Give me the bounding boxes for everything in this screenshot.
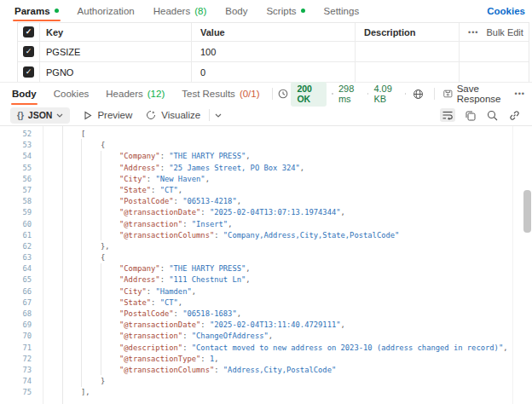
code-content: "Company": "THE HARTY PRESS", bbox=[119, 263, 251, 274]
tab-headers[interactable]: Headers(8) bbox=[144, 0, 217, 21]
json-token: "Company,Address,City,State,PostalCode" bbox=[223, 231, 400, 240]
wrap-text-button[interactable] bbox=[440, 108, 455, 122]
visualize-dropdown-chevron-icon[interactable] bbox=[213, 112, 223, 119]
row-checkbox[interactable]: ✓ bbox=[23, 66, 34, 78]
tab-scripts[interactable]: Scripts bbox=[257, 0, 314, 21]
json-token: "@transactionColumns" bbox=[119, 366, 214, 374]
tab-cookies[interactable]: Cookies bbox=[45, 83, 98, 105]
json-token: : bbox=[182, 220, 192, 228]
json-token: : bbox=[174, 197, 183, 205]
response-tabs: BodyCookiesHeaders(12)Test Results(0/1) bbox=[3, 83, 269, 105]
postman-request-response-panel: ParamsAuthorizationHeaders(8)BodyScripts… bbox=[0, 0, 532, 404]
row-checkbox[interactable]: ✓ bbox=[23, 46, 34, 57]
line-number: 65 bbox=[0, 274, 32, 286]
code-content: "@transaction": "ChangeOfAddress", bbox=[119, 331, 273, 342]
code-content: "Company": "THE HARTY PRESS", bbox=[119, 151, 251, 162]
line-number: 66 bbox=[0, 286, 32, 297]
json-token: "@transaction" bbox=[119, 332, 182, 340]
code-content: "@transaction": "Insert", bbox=[119, 219, 232, 230]
code-line: 58"PostalCode": "06513-4218", bbox=[0, 196, 532, 207]
json-token: : bbox=[182, 343, 192, 352]
tab-label: Params bbox=[14, 6, 50, 16]
code-content: "Address": "111 Chestnut Ln", bbox=[119, 274, 251, 286]
tab-headers[interactable]: Headers(12) bbox=[97, 83, 173, 105]
line-number: 72 bbox=[0, 354, 32, 365]
link-icon[interactable] bbox=[507, 108, 522, 123]
key-column-header: Key bbox=[40, 23, 192, 41]
search-icon[interactable] bbox=[485, 108, 500, 123]
bulk-edit-button[interactable]: Bulk Edit bbox=[486, 27, 523, 38]
code-line: 53{ bbox=[0, 140, 532, 151]
code-line: 56"City": "New Haven", bbox=[0, 174, 532, 185]
visualize-button[interactable]: Visualize bbox=[146, 110, 200, 120]
tab-params[interactable]: Params bbox=[5, 0, 68, 21]
bulk-edit-cell: ••• Bulk Edit bbox=[460, 23, 529, 41]
json-token: "PostalCode" bbox=[119, 309, 174, 318]
tab-label: Headers bbox=[153, 6, 190, 16]
status-badge[interactable]: 200 OK bbox=[291, 82, 327, 107]
divider bbox=[272, 88, 273, 100]
line-number: 60 bbox=[0, 219, 32, 230]
request-tabs: ParamsAuthorizationHeaders(8)BodyScripts… bbox=[5, 0, 368, 21]
line-number: 71 bbox=[0, 343, 32, 354]
line-number: 54 bbox=[0, 151, 32, 162]
play-icon bbox=[84, 111, 92, 120]
tab-body[interactable]: Body bbox=[216, 0, 257, 21]
format-select-button[interactable]: {} JSON bbox=[10, 107, 70, 124]
tab-settings[interactable]: Settings bbox=[315, 0, 369, 21]
json-token: "Insert" bbox=[192, 220, 228, 228]
tab-count-badge: (0/1) bbox=[240, 89, 260, 99]
json-token: : bbox=[147, 287, 156, 296]
column-options-icon[interactable]: ••• bbox=[468, 28, 478, 37]
json-token: "@transactionType" bbox=[119, 355, 200, 363]
json-token: , bbox=[214, 355, 218, 363]
response-time[interactable]: 298 ms bbox=[338, 84, 362, 104]
code-line: 52[ bbox=[0, 129, 532, 140]
param-key-cell[interactable]: PGSIZE bbox=[40, 42, 192, 61]
tab-test-results[interactable]: Test Results(0/1) bbox=[173, 83, 268, 105]
json-token: "111 Chestnut Ln" bbox=[169, 275, 246, 284]
line-number: 74 bbox=[0, 376, 32, 387]
json-token: , bbox=[269, 332, 273, 340]
value-column-header: Value bbox=[192, 23, 356, 41]
description-column-header: Description bbox=[356, 23, 460, 41]
separator-dot bbox=[405, 93, 407, 95]
response-size[interactable]: 4.09 KB bbox=[373, 84, 399, 104]
code-line: 65"Address": "111 Chestnut Ln", bbox=[0, 274, 532, 286]
json-token: , bbox=[341, 320, 345, 329]
code-line: 54"Company": "THE HARTY PRESS", bbox=[0, 151, 532, 162]
param-key-cell[interactable]: PGNO bbox=[40, 62, 192, 82]
code-line: 75], bbox=[0, 387, 532, 398]
json-token: : bbox=[182, 332, 192, 340]
json-token: "City" bbox=[119, 175, 147, 183]
network-info-icon[interactable] bbox=[411, 87, 425, 101]
preview-button[interactable]: Preview bbox=[84, 110, 132, 120]
params-table-header: ✓ Key Value Description ••• Bulk Edit bbox=[18, 23, 529, 41]
code-content: ], bbox=[81, 387, 90, 398]
copy-icon[interactable] bbox=[463, 108, 477, 123]
cookies-link[interactable]: Cookies bbox=[487, 6, 527, 16]
json-token: : bbox=[151, 186, 160, 194]
tab-body[interactable]: Body bbox=[3, 83, 45, 105]
response-meta: 200 OK 298 ms 4.09 KB Save Response •• bbox=[291, 82, 529, 107]
json-token: , bbox=[300, 164, 304, 172]
param-description-cell[interactable] bbox=[356, 62, 460, 82]
code-content: "Address": "25 James Street, PO Box 324"… bbox=[119, 163, 304, 174]
line-number: 56 bbox=[0, 174, 32, 185]
code-content: { bbox=[101, 140, 105, 151]
json-token: , bbox=[178, 186, 182, 194]
code-line: 71"@description": "Contact moved to new … bbox=[0, 343, 532, 354]
param-description-cell[interactable] bbox=[356, 42, 460, 61]
json-token: "PostalCode" bbox=[119, 197, 174, 205]
tab-authorization[interactable]: Authorization bbox=[68, 0, 144, 21]
code-line: 59"@transactionDate": "2025-02-04T13:07:… bbox=[0, 207, 532, 218]
response-history-icon[interactable] bbox=[275, 86, 291, 101]
save-response-button[interactable]: Save Response bbox=[443, 84, 510, 104]
param-value-cell[interactable]: 0 bbox=[192, 62, 356, 82]
response-more-options-icon[interactable]: ••• bbox=[515, 89, 525, 98]
tab-label: Scripts bbox=[266, 6, 296, 16]
param-value-cell[interactable]: 100 bbox=[192, 42, 356, 61]
code-content: "@transactionColumns": "Company,Address,… bbox=[119, 230, 399, 241]
select-all-checkbox[interactable]: ✓ bbox=[23, 26, 34, 38]
scrollbar-thumb[interactable] bbox=[523, 190, 531, 233]
